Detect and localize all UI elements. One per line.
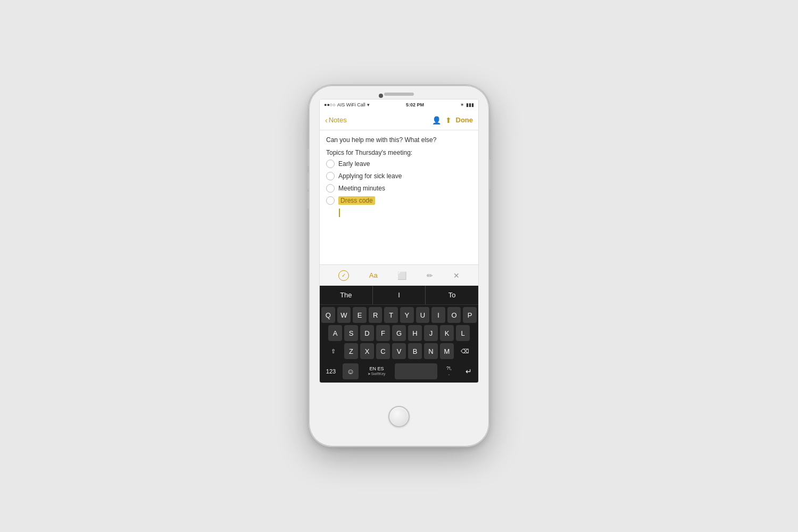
camera-icon — [379, 94, 383, 98]
nav-actions: 👤 ⬆ Done — [432, 116, 473, 124]
back-button[interactable]: ‹ Notes — [325, 116, 347, 124]
keyboard: The I To Q W E R T Y U I O P — [320, 286, 478, 383]
back-label: Notes — [329, 116, 347, 124]
checklist-item-1: Early leave — [326, 160, 472, 168]
note-section-title: Topics for Thursday's meeting: — [326, 149, 472, 156]
key-M[interactable]: M — [440, 343, 454, 359]
text-cursor — [339, 209, 340, 217]
dismiss-keyboard-icon[interactable]: ✕ — [453, 271, 460, 280]
key-punct[interactable]: ?!,. — [439, 363, 459, 379]
checklist-item-4: Dress code — [326, 196, 472, 205]
suggestion-3[interactable]: To — [426, 286, 478, 304]
key-S[interactable]: S — [344, 325, 358, 341]
keys-area: Q W E R T Y U I O P A S D F G — [320, 305, 478, 362]
checkbox-1[interactable] — [326, 160, 335, 168]
camera-toolbar-icon[interactable]: ⬜ — [397, 271, 406, 280]
note-toolbar: ✓ Aa ⬜ ✏ ✕ — [320, 264, 478, 286]
checklist-icon[interactable]: ✓ — [338, 270, 349, 281]
key-A[interactable]: A — [328, 325, 342, 341]
profile-icon[interactable]: 👤 — [432, 116, 441, 124]
lang-label: EN ES — [369, 366, 384, 372]
key-C[interactable]: C — [376, 343, 390, 359]
status-right: ✶ ▮▮▮ — [460, 102, 474, 107]
format-icon[interactable]: Aa — [369, 271, 378, 279]
key-P[interactable]: P — [463, 307, 477, 323]
swiftkey-label: ➤SwiftKey — [368, 372, 385, 376]
share-icon[interactable]: ⬆ — [445, 116, 452, 124]
battery-icon: ▮▮▮ — [466, 102, 474, 107]
home-button[interactable] — [388, 406, 410, 427]
checkbox-4[interactable] — [326, 196, 335, 205]
key-row-2: A S D F G H J K L — [321, 325, 477, 341]
phone-top — [309, 85, 489, 99]
note-intro-text: Can you help me with this? What else? — [326, 136, 472, 145]
checklist-label-1: Early leave — [338, 160, 370, 168]
key-J[interactable]: J — [424, 325, 438, 341]
phone-device: ●●○○ AIS WiFi Call ▾ 5:02 PM ✶ ▮▮▮ ‹ Not… — [309, 85, 489, 447]
key-Y[interactable]: Y — [400, 307, 414, 323]
pencil-icon[interactable]: ✏ — [427, 271, 433, 280]
checklist-label-2: Applying for sick leave — [338, 172, 402, 180]
key-row-3: ⇧ Z X C V B N M ⌫ — [321, 343, 477, 359]
checklist-item-2: Applying for sick leave — [326, 172, 472, 180]
checkbox-3[interactable] — [326, 184, 335, 193]
shift-key[interactable]: ⇧ — [324, 343, 342, 359]
key-W[interactable]: W — [337, 307, 351, 323]
key-row-1: Q W E R T Y U I O P — [321, 307, 477, 323]
key-X[interactable]: X — [360, 343, 374, 359]
key-H[interactable]: H — [408, 325, 422, 341]
return-key[interactable]: ↵ — [461, 363, 477, 379]
status-time: 5:02 PM — [406, 102, 424, 107]
home-button-area — [388, 383, 410, 447]
checklist-label-3: Meeting minutes — [338, 185, 385, 192]
status-left: ●●○○ AIS WiFi Call ▾ — [324, 102, 370, 107]
suggestions-row: The I To — [320, 286, 478, 305]
phone-screen: ●●○○ AIS WiFi Call ▾ 5:02 PM ✶ ▮▮▮ ‹ Not… — [319, 99, 479, 383]
checklist-label-4: Dress code — [338, 196, 375, 205]
key-space[interactable] — [395, 363, 437, 379]
key-D[interactable]: D — [360, 325, 374, 341]
bottom-key-row: 123 ☺ EN ES ➤SwiftKey ?!,. ↵ — [320, 362, 478, 383]
key-E[interactable]: E — [353, 307, 367, 323]
backspace-key[interactable]: ⌫ — [456, 343, 474, 359]
key-R[interactable]: R — [369, 307, 383, 323]
key-L[interactable]: L — [456, 325, 470, 341]
suggestion-2[interactable]: I — [373, 286, 426, 304]
carrier-label: AIS WiFi Call — [337, 102, 365, 107]
nav-bar: ‹ Notes 👤 ⬆ Done — [320, 110, 478, 130]
checkbox-2[interactable] — [326, 172, 335, 180]
suggestion-1[interactable]: The — [320, 286, 373, 304]
key-N[interactable]: N — [424, 343, 438, 359]
signal-dots: ●●○○ — [324, 102, 336, 107]
bluetooth-icon: ✶ — [460, 102, 464, 107]
speaker — [384, 93, 414, 96]
note-content: Can you help me with this? What else? To… — [320, 130, 478, 264]
back-chevron-icon: ‹ — [325, 116, 328, 124]
key-I[interactable]: I — [431, 307, 445, 323]
key-Q[interactable]: Q — [321, 307, 335, 323]
key-O[interactable]: O — [447, 307, 461, 323]
key-lang[interactable]: EN ES ➤SwiftKey — [361, 363, 393, 379]
key-F[interactable]: F — [376, 325, 390, 341]
key-K[interactable]: K — [440, 325, 454, 341]
key-123[interactable]: 123 — [321, 363, 340, 379]
wifi-icon: ▾ — [367, 102, 370, 107]
key-T[interactable]: T — [384, 307, 398, 323]
key-Z[interactable]: Z — [344, 343, 358, 359]
key-V[interactable]: V — [392, 343, 406, 359]
checklist-item-3: Meeting minutes — [326, 184, 472, 193]
key-G[interactable]: G — [392, 325, 406, 341]
done-button[interactable]: Done — [456, 116, 473, 124]
key-B[interactable]: B — [408, 343, 422, 359]
status-bar: ●●○○ AIS WiFi Call ▾ 5:02 PM ✶ ▮▮▮ — [320, 99, 478, 110]
key-emoji[interactable]: ☺ — [343, 363, 359, 379]
key-U[interactable]: U — [416, 307, 430, 323]
